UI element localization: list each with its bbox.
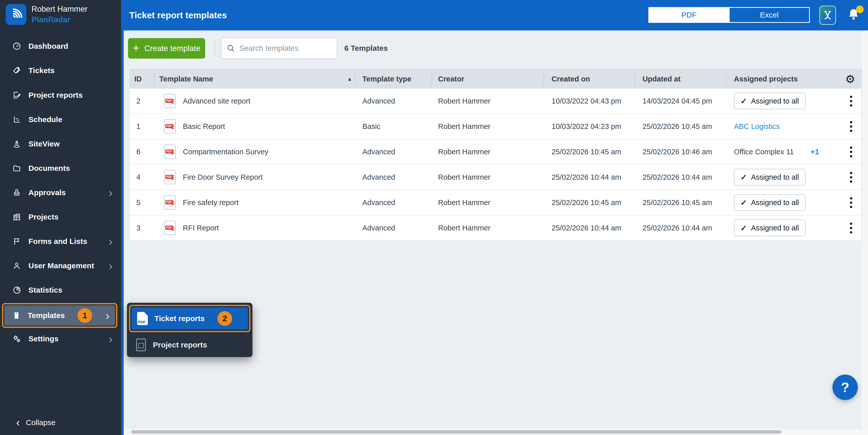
sidebar-item-statistics[interactable]: Statistics [0, 278, 121, 302]
sidebar-item-settings[interactable]: Settings › [0, 327, 121, 351]
sidebar-item-label: Project reports [28, 91, 83, 99]
column-header-creator[interactable]: Creator [438, 69, 464, 89]
check-icon: ✓ [741, 198, 747, 207]
row-actions-kebab-menu[interactable] [846, 114, 856, 139]
sidebar-accent-strip [121, 0, 124, 435]
connect-app-button[interactable] [819, 6, 836, 25]
column-divider [431, 72, 432, 85]
create-template-button[interactable]: + Create template [128, 38, 205, 59]
sidebar-item-templates[interactable]: Templates 1 › [4, 305, 115, 326]
format-tab-pdf[interactable]: PDF [649, 8, 729, 22]
notifications-button[interactable] [846, 7, 861, 24]
column-header-assigned[interactable]: Assigned projects [734, 69, 798, 89]
cell-id: 5 [136, 190, 141, 215]
assigned-more-link[interactable]: +1 [811, 139, 819, 164]
sidebar-item-label: Approvals [28, 188, 66, 197]
submenu-item-project-reports[interactable]: Project reports [131, 336, 247, 354]
format-toggle: PDF Excel [648, 7, 810, 23]
brand-name: PlanRadar [31, 15, 88, 24]
cell-template-name: Fire safety report [183, 190, 239, 215]
table-row[interactable]: 1 PDF Basic Report Basic Robert Hammer 1… [129, 114, 861, 139]
assigned-to-all-button[interactable]: ✓ Assigned to all [734, 169, 806, 186]
planradar-logo-icon [6, 4, 26, 25]
row-actions-kebab-menu[interactable] [846, 139, 856, 164]
row-actions-kebab-menu[interactable] [846, 190, 856, 215]
cell-updated-at: 25/02/2026 10:44 am [643, 215, 712, 240]
sidebar-item-label: Projects [28, 213, 58, 221]
check-icon: ✓ [741, 224, 747, 232]
chevron-right-icon: › [109, 333, 113, 345]
sidebar-item-label: Settings [28, 334, 58, 343]
horizontal-scrollbar-track[interactable] [124, 429, 868, 435]
documents-folder-icon [12, 164, 21, 173]
column-header-name[interactable]: Template Name [159, 69, 213, 89]
collapse-label: Collapse [26, 418, 56, 427]
column-divider [355, 72, 355, 85]
sidebar-item-approvals[interactable]: Approvals › [0, 180, 121, 205]
table-row[interactable]: 5 PDF Fire safety report Advanced Robert… [129, 190, 861, 215]
sort-ascending-icon[interactable]: ▲ [347, 69, 352, 89]
sidebar-item-documents[interactable]: Documents [0, 156, 121, 180]
project-reports-icon [12, 91, 21, 100]
assigned-project-link[interactable]: ABC Logistics [734, 114, 780, 139]
notification-badge [856, 6, 864, 13]
column-header-id[interactable]: ID [134, 69, 142, 89]
planradar-app: Robert Hammer PlanRadar Dashboard Ticket… [0, 0, 868, 435]
cell-id: 4 [136, 165, 141, 190]
sidebar-item-siteview[interactable]: SiteView [0, 132, 121, 156]
cell-id: 2 [136, 89, 141, 113]
help-button[interactable]: ? [832, 375, 858, 400]
cell-id: 1 [136, 114, 141, 139]
table-row[interactable]: 3 PDF RFI Report Advanced Robert Hammer … [129, 215, 861, 241]
format-tab-excel[interactable]: Excel [729, 8, 809, 22]
sidebar-item-label: Forms and Lists [28, 237, 87, 246]
row-actions-kebab-menu[interactable] [846, 89, 856, 113]
submenu-item-ticket-reports[interactable]: PDF Ticket reports 2 [131, 307, 248, 330]
cell-template-type: Advanced [362, 165, 395, 190]
page-header: Ticket report templates PDF Excel [124, 0, 868, 30]
account-block[interactable]: Robert Hammer PlanRadar [6, 4, 88, 25]
column-header-type[interactable]: Template type [362, 69, 411, 89]
sidebar-item-project-reports[interactable]: Project reports [0, 83, 121, 107]
template-count: 6 Templates [344, 38, 388, 59]
connect-icon [823, 9, 833, 21]
settings-gears-icon [12, 334, 21, 343]
chevron-right-icon: › [109, 187, 113, 198]
sidebar-item-forms-and-lists[interactable]: Forms and Lists › [0, 229, 121, 254]
templates-submenu-popup: PDF Ticket reports 2 Project reports [127, 303, 252, 357]
cell-created-on: 25/02/2026 10:44 am [552, 165, 621, 190]
row-actions-kebab-menu[interactable] [846, 165, 856, 190]
table-row[interactable]: 4 PDF Fire Door Survey Report Advanced R… [129, 165, 861, 190]
sidebar-item-user-management[interactable]: User Management › [0, 254, 121, 278]
projects-buildings-icon [12, 212, 21, 222]
pdf-file-icon: PDF [164, 195, 176, 210]
pie-chart-icon [12, 286, 21, 295]
pdf-file-icon: PDF [164, 170, 176, 184]
horizontal-scrollbar-thumb[interactable] [131, 430, 781, 434]
pdf-file-icon: PDF [164, 119, 176, 133]
sidebar-item-projects[interactable]: Projects [0, 205, 121, 229]
assigned-to-all-button[interactable]: ✓ Assigned to all [734, 194, 806, 211]
column-header-updated[interactable]: Updated at [643, 69, 681, 89]
assigned-to-all-button[interactable]: ✓ Assigned to all [734, 93, 806, 109]
templates-clipboard-icon [12, 311, 21, 320]
collapse-sidebar-button[interactable]: ‹ Collapse [16, 416, 56, 429]
assigned-to-all-button[interactable]: ✓ Assigned to all [734, 220, 806, 236]
search-input[interactable] [239, 44, 323, 53]
sidebar-item-dashboard[interactable]: Dashboard [0, 34, 121, 58]
sidebar-item-label: SiteView [28, 140, 60, 148]
cell-template-type: Advanced [362, 190, 395, 215]
sidebar-item-label: Templates [28, 311, 65, 320]
column-settings-gear-icon[interactable]: ⚙ [844, 69, 857, 89]
sidebar-item-tickets[interactable]: Tickets [0, 58, 121, 83]
table-row[interactable]: 6 PDF Compartmentation Survey Advanced R… [129, 139, 861, 165]
sidebar-item-schedule[interactable]: Schedule [0, 107, 121, 132]
cell-created-on: 25/02/2026 10:44 am [552, 215, 621, 240]
row-actions-kebab-menu[interactable] [846, 215, 856, 240]
sidebar-item-templates-highlight: Templates 1 › [2, 303, 117, 328]
column-header-created[interactable]: Created on [552, 69, 590, 89]
check-icon: ✓ [741, 97, 747, 106]
create-template-label: Create template [145, 44, 200, 53]
cell-template-type: Advanced [362, 139, 395, 164]
table-row[interactable]: 2 PDF Advanced site report Advanced Robe… [129, 89, 861, 114]
